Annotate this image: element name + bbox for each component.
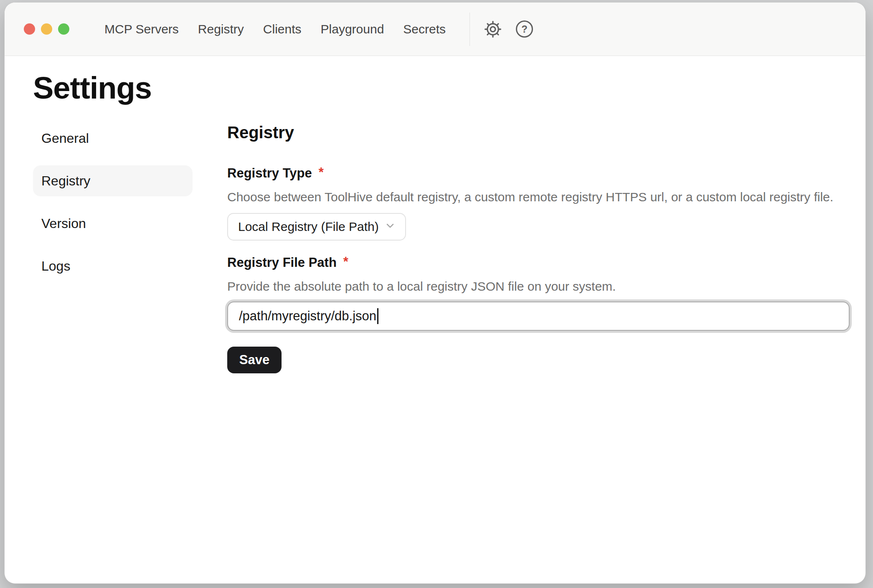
settings-sidebar: General Registry Version Logs — [33, 123, 193, 293]
settings-page: Settings General Registry Version Logs R… — [5, 70, 865, 373]
settings-button[interactable] — [483, 20, 502, 39]
registry-file-path-value: /path/myregistry/db.json — [239, 309, 376, 324]
app-window: MCP Servers Registry Clients Playground … — [4, 2, 866, 584]
nav-clients[interactable]: Clients — [263, 22, 302, 37]
page-title: Settings — [33, 70, 865, 106]
sidebar-item-general[interactable]: General — [33, 123, 193, 154]
chevron-down-icon — [379, 220, 396, 234]
minimize-button[interactable] — [41, 23, 52, 35]
registry-settings-panel: Registry Registry Type * Choose between … — [227, 123, 851, 373]
window-controls — [24, 23, 69, 35]
section-title: Registry — [227, 123, 851, 142]
zoom-button[interactable] — [58, 23, 69, 35]
main-nav: MCP Servers Registry Clients Playground … — [104, 22, 446, 37]
registry-type-select-value: Local Registry (File Path) — [238, 220, 379, 234]
nav-divider — [469, 13, 470, 46]
registry-file-path-field: Registry File Path * Provide the absolut… — [227, 255, 851, 331]
nav-mcp-servers[interactable]: MCP Servers — [104, 22, 179, 37]
required-asterisk: * — [319, 165, 324, 180]
gear-icon — [483, 20, 502, 39]
text-cursor — [377, 308, 378, 324]
registry-file-path-input[interactable]: /path/myregistry/db.json — [227, 302, 850, 331]
close-button[interactable] — [24, 23, 35, 35]
registry-type-label: Registry Type — [227, 165, 312, 181]
help-button[interactable]: ? — [516, 20, 533, 38]
nav-registry[interactable]: Registry — [198, 22, 244, 37]
required-asterisk: * — [343, 254, 348, 270]
registry-type-description: Choose between ToolHive default registry… — [227, 189, 851, 205]
sidebar-item-logs[interactable]: Logs — [33, 251, 193, 281]
help-icon: ? — [516, 20, 533, 38]
nav-secrets[interactable]: Secrets — [403, 22, 446, 37]
save-button[interactable]: Save — [227, 347, 282, 373]
registry-file-path-label: Registry File Path — [227, 255, 337, 271]
sidebar-item-registry[interactable]: Registry — [33, 165, 193, 196]
nav-playground[interactable]: Playground — [321, 22, 384, 37]
registry-file-path-description: Provide the absolute path to a local reg… — [227, 278, 851, 295]
titlebar: MCP Servers Registry Clients Playground … — [5, 3, 865, 56]
registry-type-field: Registry Type * Choose between ToolHive … — [227, 165, 851, 241]
sidebar-item-version[interactable]: Version — [33, 208, 193, 239]
registry-type-select[interactable]: Local Registry (File Path) — [227, 213, 406, 241]
